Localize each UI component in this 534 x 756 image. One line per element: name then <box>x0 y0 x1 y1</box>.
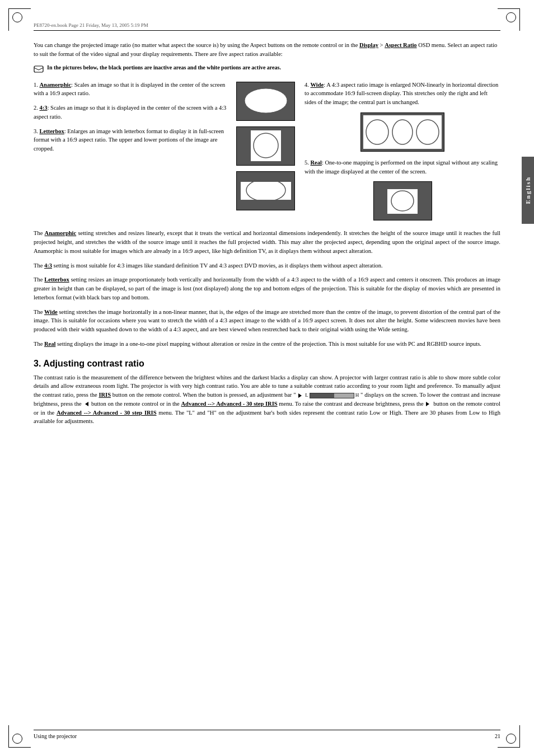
aspect-number-4: 4. <box>305 82 311 88</box>
page-content: PE8720-en.book Page 21 Friday, May 13, 2… <box>0 0 534 756</box>
section3-paragraph: The contrast ratio is the measurement of… <box>34 373 500 426</box>
aspect-item-anamorphic: 1. Anamorphic: Scales an image so that i… <box>34 81 236 98</box>
svg-rect-10 <box>387 189 418 214</box>
aspect-label-anamorphic: Anamorphic <box>40 82 72 88</box>
aspect-label-real: Real <box>311 159 322 166</box>
diagram-letterbox <box>236 171 295 210</box>
adj-bar-indicator: L H <box>297 392 359 400</box>
aspect-label-letterbox: Letterbox <box>40 128 64 134</box>
para-anamorphic: The Anamorphic setting stretches and res… <box>34 229 500 255</box>
aspect-desc-43: : Scales an image so that it is displaye… <box>34 105 226 120</box>
footer-page-number: 21 <box>495 733 500 739</box>
aspect-item-wide: 4. Wide: A 4:3 aspect ratio image is enl… <box>305 81 500 107</box>
diagram-real <box>373 181 432 220</box>
para-43: The 4:3 setting is most suitable for 4:3… <box>34 261 500 270</box>
aspect-number-3: 3. <box>34 128 40 134</box>
note-icon <box>34 65 44 74</box>
para-letterbox: The Letterbox setting resizes an image p… <box>34 275 500 302</box>
page-header: PE8720-en.book Page 21 Friday, May 13, 2… <box>34 22 500 31</box>
diagram-real-wrap <box>305 181 500 220</box>
left-aspect-items: 1. Anamorphic: Scales an image so that i… <box>34 81 236 221</box>
aspect-desc-wide: : A 4:3 aspect ratio image is enlarged N… <box>305 82 498 106</box>
aspect-label-43: 4:3 <box>40 105 48 111</box>
svg-rect-4 <box>241 182 291 200</box>
aspect-number-5: 5. <box>305 159 311 166</box>
diagram-anamorphic <box>236 82 295 121</box>
aspect-item-letterbox: 3. Letterbox: Enlarges an image with let… <box>34 127 236 153</box>
page-footer: Using the projector 21 <box>34 730 500 739</box>
para-real: The Real setting displays the image in a… <box>34 340 500 349</box>
aspect-diagrams-center <box>236 81 298 221</box>
diagram-wide <box>360 112 444 152</box>
diagram-wide-wrap <box>305 112 500 157</box>
aspect-item-43: 2. 4:3: Scales an image so that it is di… <box>34 104 236 121</box>
aspect-item-real: 5. Real: One-to-one mapping is performed… <box>305 158 500 176</box>
intro-paragraph: You can change the projected image ratio… <box>34 41 500 59</box>
aspect-number-1: 1. <box>34 82 40 88</box>
right-aspect-items: 4. Wide: A 4:3 aspect ratio image is enl… <box>298 81 500 221</box>
svg-rect-0 <box>34 66 43 72</box>
footer-section: Using the projector <box>34 733 77 739</box>
page: English PE8720-en.book Page 21 Friday, M… <box>0 0 534 756</box>
note-text: In the pictures below, the black portion… <box>47 64 281 71</box>
aspect-number-2: 2. <box>34 105 40 111</box>
para-wide: The Wide setting stretches the image hor… <box>34 308 500 334</box>
svg-point-1 <box>245 88 287 113</box>
aspect-ratio-grid: 1. Anamorphic: Scales an image so that i… <box>34 81 500 221</box>
aspect-label-wide: Wide <box>311 82 324 88</box>
aspect-desc-real: : One-to-one mapping is performed on the… <box>305 159 498 175</box>
svg-rect-2 <box>251 130 281 161</box>
section3-title: 3. Adjusting contrast ratio <box>34 359 500 369</box>
diagram-43 <box>236 126 295 166</box>
note-box: In the pictures below, the black portion… <box>34 64 500 74</box>
